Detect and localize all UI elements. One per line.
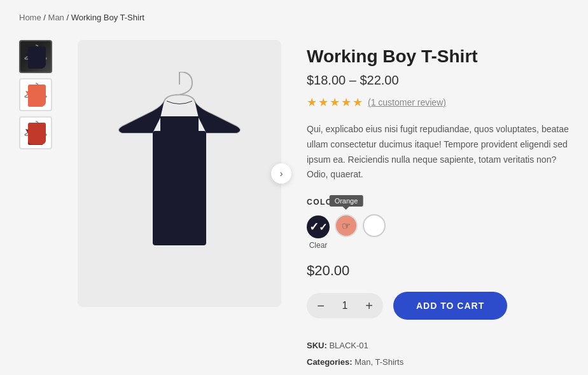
clear-label: Clear	[309, 241, 328, 250]
color-swatch-white[interactable]	[363, 214, 386, 237]
breadcrumb-man[interactable]: Man	[48, 13, 64, 22]
color-swatch-white-wrapper	[363, 214, 386, 250]
selected-price: $20.00	[307, 262, 569, 279]
color-swatch-orange-wrapper: Orange ☞	[335, 214, 358, 250]
categories-row: Categories: Man, T-Shirts	[307, 354, 569, 371]
quantity-increase-button[interactable]: +	[359, 296, 379, 316]
breadcrumb: Home / Man / Working Boy T-Shirt	[19, 13, 569, 22]
star-3: ★	[330, 95, 340, 109]
star-4: ★	[341, 95, 351, 109]
star-1: ★	[307, 95, 317, 109]
svg-rect-1	[28, 95, 43, 107]
product-title: Working Boy T-Shirt	[307, 46, 569, 67]
star-2: ★	[318, 95, 328, 109]
breadcrumb-home[interactable]: Home	[19, 13, 41, 22]
tags-row: Tags: fashion, man, summer	[307, 371, 569, 375]
add-to-cart-button[interactable]: ADD TO CART	[393, 292, 507, 320]
thumbnail-list	[19, 40, 52, 149]
svg-rect-5	[160, 116, 199, 135]
color-swatch-black-wrapper: ✓ Clear	[307, 215, 330, 250]
color-swatch-orange[interactable]: ☞	[335, 214, 358, 237]
product-layout: › Working Boy T-Shirt $18.00 – $22.00 ★ …	[19, 40, 569, 375]
quantity-control: − 1 +	[307, 293, 383, 318]
product-info: Working Boy T-Shirt $18.00 – $22.00 ★ ★ …	[307, 40, 569, 375]
color-section: COLOR ✓ Clear Orange ☞	[307, 198, 569, 250]
main-image-area	[78, 40, 281, 307]
svg-rect-2	[28, 133, 43, 145]
categories-label: Categories:	[307, 357, 353, 367]
thumbnail-orange[interactable]	[19, 78, 52, 111]
breadcrumb-current: Working Boy T-Shirt	[71, 13, 144, 22]
product-meta: SKU: BLACK-01 Categories: Man, T-Shirts …	[307, 338, 569, 375]
sku-label: SKU:	[307, 341, 327, 350]
price-range: $18.00 – $22.00	[307, 73, 569, 88]
color-swatch-black[interactable]: ✓	[307, 215, 330, 238]
product-image	[109, 72, 249, 275]
orange-tooltip: Orange	[330, 195, 363, 207]
quantity-cart-row: − 1 + ADD TO CART	[307, 292, 569, 320]
sku-row: SKU: BLACK-01	[307, 338, 569, 354]
main-image-container: ›	[78, 40, 281, 307]
svg-rect-0	[28, 57, 43, 69]
next-image-arrow[interactable]: ›	[271, 163, 291, 184]
quantity-decrease-button[interactable]: −	[311, 296, 331, 316]
product-description: Qui, explicabo eius nisi fugit repudiand…	[307, 122, 569, 182]
star-5: ★	[353, 95, 363, 109]
thumbnail-red[interactable]	[19, 116, 52, 149]
rating-row: ★ ★ ★ ★ ★ (1 customer review)	[307, 95, 569, 109]
star-rating: ★ ★ ★ ★ ★	[307, 95, 363, 109]
quantity-value: 1	[339, 300, 351, 311]
page-wrapper: Home / Man / Working Boy T-Shirt	[0, 0, 588, 375]
svg-rect-4	[153, 131, 206, 245]
review-count-link[interactable]: (1 customer review)	[368, 97, 446, 107]
thumbnail-black[interactable]	[19, 40, 52, 73]
